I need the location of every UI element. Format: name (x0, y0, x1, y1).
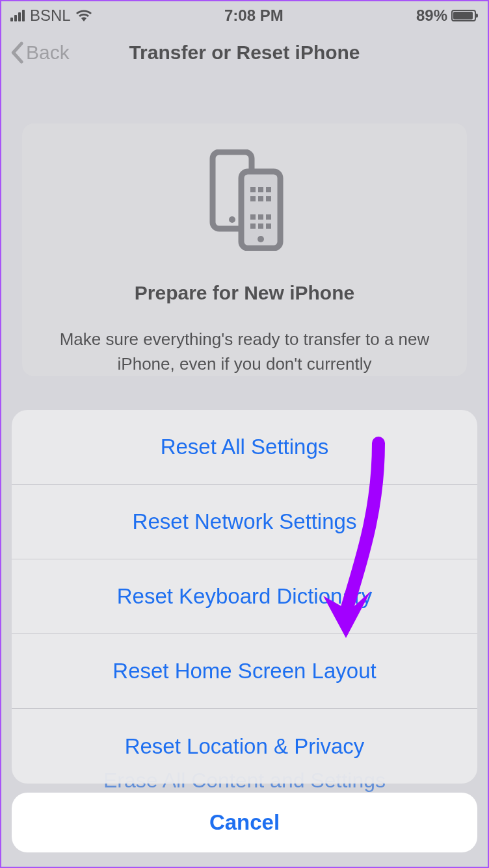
svg-rect-4 (250, 187, 256, 192)
card-description: Make sure everything's ready to transfer… (40, 327, 449, 376)
svg-rect-13 (250, 223, 256, 229)
page-title: Transfer or Reset iPhone (129, 42, 360, 64)
back-label: Back (26, 42, 70, 64)
reset-location-privacy-option[interactable]: Reset Location & Privacy (12, 709, 477, 784)
svg-rect-11 (258, 214, 263, 220)
status-bar: BSNL 7:08 PM 89% (1, 1, 488, 30)
status-right: 89% (416, 6, 476, 25)
cancel-button[interactable]: Cancel (12, 793, 477, 852)
carrier-label: BSNL (30, 6, 71, 25)
reset-all-settings-option[interactable]: Reset All Settings (12, 410, 477, 485)
signal-bars-icon (10, 10, 25, 21)
status-time: 7:08 PM (224, 6, 284, 25)
svg-point-3 (258, 236, 264, 242)
svg-point-1 (229, 216, 235, 223)
two-phones-icon (40, 149, 449, 251)
svg-rect-9 (266, 196, 271, 201)
svg-rect-12 (266, 214, 271, 220)
reset-keyboard-dictionary-option[interactable]: Reset Keyboard Dictionary (12, 559, 477, 634)
reset-home-screen-layout-option[interactable]: Reset Home Screen Layout (12, 634, 477, 709)
svg-rect-14 (258, 223, 263, 229)
svg-rect-10 (250, 214, 256, 220)
battery-percent: 89% (416, 6, 447, 25)
battery-icon (451, 10, 476, 21)
svg-rect-7 (250, 196, 256, 201)
chevron-left-icon (9, 42, 25, 64)
svg-rect-8 (258, 196, 263, 201)
svg-rect-6 (266, 187, 271, 192)
nav-bar: Back Transfer or Reset iPhone (1, 30, 488, 75)
svg-rect-5 (258, 187, 263, 192)
svg-rect-15 (266, 223, 271, 229)
prepare-card: Prepare for New iPhone Make sure everyth… (22, 123, 467, 376)
card-title: Prepare for New iPhone (40, 282, 449, 304)
back-button[interactable]: Back (9, 42, 70, 64)
reset-network-settings-option[interactable]: Reset Network Settings (12, 485, 477, 559)
status-left: BSNL (10, 6, 92, 25)
wifi-icon (76, 10, 92, 21)
reset-action-sheet: Reset All Settings Reset Network Setting… (12, 410, 477, 784)
